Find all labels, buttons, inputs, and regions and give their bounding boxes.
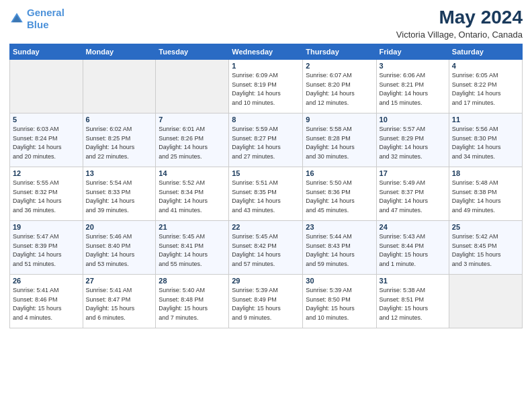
calendar-cell: 20Sunrise: 5:46 AM Sunset: 8:40 PM Dayli… xyxy=(83,221,156,275)
header-friday: Friday xyxy=(376,44,449,60)
day-info: Sunrise: 5:39 AM Sunset: 8:49 PM Dayligh… xyxy=(232,286,300,322)
calendar-cell: 22Sunrise: 5:45 AM Sunset: 8:42 PM Dayli… xyxy=(229,221,303,275)
day-number: 17 xyxy=(380,169,446,177)
header-wednesday: Wednesday xyxy=(229,44,303,60)
day-info: Sunrise: 6:07 AM Sunset: 8:20 PM Dayligh… xyxy=(306,71,373,107)
day-number: 12 xyxy=(13,169,80,177)
header-tuesday: Tuesday xyxy=(156,44,229,60)
day-number: 19 xyxy=(13,223,80,231)
day-info: Sunrise: 5:41 AM Sunset: 8:47 PM Dayligh… xyxy=(86,286,153,322)
calendar-cell xyxy=(449,275,522,328)
day-number: 15 xyxy=(232,169,300,177)
calendar-cell: 24Sunrise: 5:43 AM Sunset: 8:44 PM Dayli… xyxy=(376,221,449,275)
calendar-cell: 13Sunrise: 5:54 AM Sunset: 8:33 PM Dayli… xyxy=(83,167,156,221)
day-info: Sunrise: 5:57 AM Sunset: 8:29 PM Dayligh… xyxy=(380,125,446,161)
day-info: Sunrise: 6:06 AM Sunset: 8:21 PM Dayligh… xyxy=(380,71,446,107)
logo-icon xyxy=(9,11,24,26)
day-number: 4 xyxy=(452,62,519,70)
calendar-cell: 12Sunrise: 5:55 AM Sunset: 8:32 PM Dayli… xyxy=(10,167,83,221)
day-info: Sunrise: 5:41 AM Sunset: 8:46 PM Dayligh… xyxy=(13,286,80,322)
calendar: Sunday Monday Tuesday Wednesday Thursday… xyxy=(9,44,523,328)
day-info: Sunrise: 6:09 AM Sunset: 8:19 PM Dayligh… xyxy=(232,71,300,107)
calendar-cell: 21Sunrise: 5:45 AM Sunset: 8:41 PM Dayli… xyxy=(156,221,229,275)
calendar-cell xyxy=(156,60,229,113)
calendar-cell: 26Sunrise: 5:41 AM Sunset: 8:46 PM Dayli… xyxy=(10,275,83,328)
day-number: 27 xyxy=(86,277,153,285)
day-info: Sunrise: 5:45 AM Sunset: 8:42 PM Dayligh… xyxy=(232,232,300,269)
day-number: 18 xyxy=(452,169,519,177)
day-info: Sunrise: 5:43 AM Sunset: 8:44 PM Dayligh… xyxy=(380,232,446,269)
day-info: Sunrise: 5:39 AM Sunset: 8:50 PM Dayligh… xyxy=(306,286,373,322)
day-number: 14 xyxy=(159,169,226,177)
day-number: 2 xyxy=(306,62,373,70)
day-number: 8 xyxy=(232,116,300,124)
header-saturday: Saturday xyxy=(449,44,522,60)
header-sunday: Sunday xyxy=(10,44,83,60)
main-title: May 2024 xyxy=(396,7,523,28)
calendar-cell: 16Sunrise: 5:50 AM Sunset: 8:36 PM Dayli… xyxy=(303,167,376,221)
day-number: 21 xyxy=(159,223,226,231)
day-number: 31 xyxy=(380,277,446,285)
calendar-cell: 1Sunrise: 6:09 AM Sunset: 8:19 PM Daylig… xyxy=(229,60,303,113)
calendar-cell: 5Sunrise: 6:03 AM Sunset: 8:24 PM Daylig… xyxy=(10,113,83,167)
logo-line1: General xyxy=(27,7,64,18)
header-monday: Monday xyxy=(83,44,156,60)
calendar-week-5: 26Sunrise: 5:41 AM Sunset: 8:46 PM Dayli… xyxy=(10,275,523,328)
day-info: Sunrise: 5:46 AM Sunset: 8:40 PM Dayligh… xyxy=(86,232,153,269)
day-number: 9 xyxy=(306,116,373,124)
calendar-cell: 3Sunrise: 6:06 AM Sunset: 8:21 PM Daylig… xyxy=(376,60,449,113)
day-info: Sunrise: 5:49 AM Sunset: 8:37 PM Dayligh… xyxy=(380,179,446,215)
day-number: 28 xyxy=(159,277,226,285)
calendar-cell: 18Sunrise: 5:48 AM Sunset: 8:38 PM Dayli… xyxy=(449,167,522,221)
subtitle: Victoria Village, Ontario, Canada xyxy=(396,30,523,40)
logo-text: General Blue xyxy=(27,7,64,31)
day-info: Sunrise: 5:58 AM Sunset: 8:28 PM Dayligh… xyxy=(306,125,373,161)
calendar-cell: 28Sunrise: 5:40 AM Sunset: 8:48 PM Dayli… xyxy=(156,275,229,328)
calendar-cell: 25Sunrise: 5:42 AM Sunset: 8:45 PM Dayli… xyxy=(449,221,522,275)
calendar-cell: 4Sunrise: 6:05 AM Sunset: 8:22 PM Daylig… xyxy=(449,60,522,113)
day-number: 10 xyxy=(380,116,446,124)
day-number: 6 xyxy=(86,116,153,124)
calendar-week-2: 5Sunrise: 6:03 AM Sunset: 8:24 PM Daylig… xyxy=(10,113,523,167)
calendar-week-1: 1Sunrise: 6:09 AM Sunset: 8:19 PM Daylig… xyxy=(10,60,523,113)
logo-line2: Blue xyxy=(27,19,49,30)
day-info: Sunrise: 6:05 AM Sunset: 8:22 PM Dayligh… xyxy=(452,71,519,107)
day-info: Sunrise: 5:50 AM Sunset: 8:36 PM Dayligh… xyxy=(306,179,373,215)
day-info: Sunrise: 5:54 AM Sunset: 8:33 PM Dayligh… xyxy=(86,179,153,215)
calendar-cell: 6Sunrise: 6:02 AM Sunset: 8:25 PM Daylig… xyxy=(83,113,156,167)
day-number: 29 xyxy=(232,277,300,285)
day-info: Sunrise: 5:44 AM Sunset: 8:43 PM Dayligh… xyxy=(306,232,373,269)
day-info: Sunrise: 6:01 AM Sunset: 8:26 PM Dayligh… xyxy=(159,125,226,161)
day-number: 20 xyxy=(86,223,153,231)
day-info: Sunrise: 5:40 AM Sunset: 8:48 PM Dayligh… xyxy=(159,286,226,322)
day-info: Sunrise: 5:45 AM Sunset: 8:41 PM Dayligh… xyxy=(159,232,226,269)
calendar-cell: 29Sunrise: 5:39 AM Sunset: 8:49 PM Dayli… xyxy=(229,275,303,328)
day-info: Sunrise: 6:03 AM Sunset: 8:24 PM Dayligh… xyxy=(13,125,80,161)
calendar-header-row: Sunday Monday Tuesday Wednesday Thursday… xyxy=(10,44,523,60)
day-number: 13 xyxy=(86,169,153,177)
header-thursday: Thursday xyxy=(303,44,376,60)
day-number: 1 xyxy=(232,62,300,70)
day-info: Sunrise: 5:38 AM Sunset: 8:51 PM Dayligh… xyxy=(380,286,446,322)
calendar-cell: 10Sunrise: 5:57 AM Sunset: 8:29 PM Dayli… xyxy=(376,113,449,167)
calendar-cell: 19Sunrise: 5:47 AM Sunset: 8:39 PM Dayli… xyxy=(10,221,83,275)
day-info: Sunrise: 5:59 AM Sunset: 8:27 PM Dayligh… xyxy=(232,125,300,161)
day-info: Sunrise: 5:55 AM Sunset: 8:32 PM Dayligh… xyxy=(13,179,80,215)
day-number: 16 xyxy=(306,169,373,177)
calendar-cell: 30Sunrise: 5:39 AM Sunset: 8:50 PM Dayli… xyxy=(303,275,376,328)
calendar-cell: 7Sunrise: 6:01 AM Sunset: 8:26 PM Daylig… xyxy=(156,113,229,167)
day-info: Sunrise: 5:48 AM Sunset: 8:38 PM Dayligh… xyxy=(452,179,519,215)
day-number: 24 xyxy=(380,223,446,231)
calendar-cell: 14Sunrise: 5:52 AM Sunset: 8:34 PM Dayli… xyxy=(156,167,229,221)
day-info: Sunrise: 5:51 AM Sunset: 8:35 PM Dayligh… xyxy=(232,179,300,215)
logo: General Blue xyxy=(9,7,64,31)
calendar-cell xyxy=(83,60,156,113)
calendar-week-3: 12Sunrise: 5:55 AM Sunset: 8:32 PM Dayli… xyxy=(10,167,523,221)
day-number: 26 xyxy=(13,277,80,285)
day-info: Sunrise: 5:52 AM Sunset: 8:34 PM Dayligh… xyxy=(159,179,226,215)
calendar-cell: 2Sunrise: 6:07 AM Sunset: 8:20 PM Daylig… xyxy=(303,60,376,113)
day-info: Sunrise: 5:56 AM Sunset: 8:30 PM Dayligh… xyxy=(452,125,519,161)
page: General Blue May 2024 Victoria Village, … xyxy=(0,0,532,411)
title-block: May 2024 Victoria Village, Ontario, Cana… xyxy=(396,7,523,40)
calendar-cell: 15Sunrise: 5:51 AM Sunset: 8:35 PM Dayli… xyxy=(229,167,303,221)
